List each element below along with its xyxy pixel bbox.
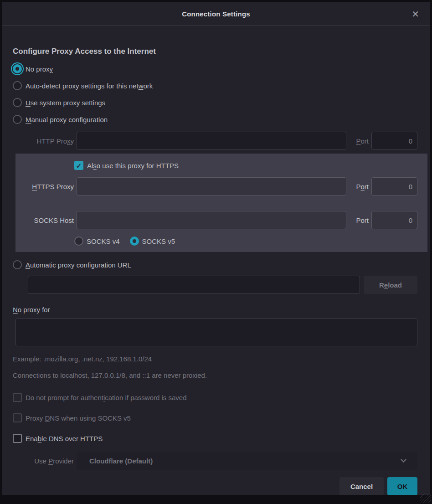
doh-provider-value: Cloudflare (Default) (89, 457, 153, 465)
no-proxy-for-label: No proxy for (13, 306, 417, 314)
radio-row-no-proxy[interactable]: No proxy (13, 64, 417, 73)
doh-provider-select[interactable]: Cloudflare (Default) (77, 452, 417, 470)
system-proxy-label: Use system proxy settings (26, 99, 105, 107)
no-auth-prompt-label: Do not prompt for authentication if pass… (26, 394, 187, 401)
radio-row-auto-url[interactable]: Automatic proxy configuration URL (13, 260, 417, 269)
dialog-content: Configure Proxy Access to the Internet N… (2, 26, 430, 495)
socks-version-row: SOCKS v4 SOCKS v5 (74, 237, 417, 246)
auto-url-radio[interactable] (13, 260, 22, 269)
socks-port-input[interactable] (371, 211, 417, 229)
radio-row-auto-detect[interactable]: Auto-detect proxy settings for this netw… (13, 81, 417, 90)
socks-v4-option[interactable]: SOCKS v4 (74, 237, 120, 246)
socks-port-label: Port (346, 216, 371, 224)
socks-v5-option[interactable]: SOCKS v5 (130, 237, 175, 246)
use-provider-label: Use Provider (13, 457, 77, 465)
proxy-dns-label: Proxy DNS when using SOCKS v5 (26, 414, 131, 422)
radio-row-manual-proxy[interactable]: Manual proxy configuration (13, 115, 417, 124)
enable-doh-checkbox[interactable] (13, 434, 22, 443)
socks-v4-radio[interactable] (74, 237, 83, 246)
checkbox-row-no-auth-prompt[interactable]: Do not prompt for authentication if pass… (13, 393, 417, 402)
no-proxy-label: No proxy (26, 65, 53, 73)
enable-doh-label: Enable DNS over HTTPS (26, 435, 103, 442)
manual-proxy-label: Manual proxy configuration (26, 116, 108, 123)
socks-v4-label: SOCKS v4 (87, 237, 120, 245)
socks-v5-label: SOCKS v5 (142, 237, 175, 245)
dialog-titlebar: Connection Settings ✕ (2, 2, 430, 26)
chevron-down-icon (401, 457, 406, 463)
auto-detect-radio[interactable] (13, 81, 22, 90)
checkbox-row-proxy-dns[interactable]: Proxy DNS when using SOCKS v5 (13, 413, 417, 422)
proxy-dns-checkbox[interactable] (13, 413, 22, 422)
http-port-label: Port (346, 137, 371, 145)
https-proxy-row: HTTPS Proxy Port (15, 177, 417, 195)
check-icon: ✓ (76, 162, 82, 169)
share-proxy-label: Also use this proxy for HTTPS (87, 162, 179, 170)
doh-provider-row: Use Provider Cloudflare (Default) (13, 452, 417, 470)
https-socks-highlight-section: ✓ Also use this proxy for HTTPS HTTPS Pr… (15, 154, 427, 252)
socks-v5-radio[interactable] (130, 237, 139, 246)
auto-detect-label: Auto-detect proxy settings for this netw… (26, 82, 153, 90)
reload-button[interactable]: Reload (364, 276, 417, 294)
radio-row-system-proxy[interactable]: Use system proxy settings (13, 98, 417, 107)
auto-url-input[interactable] (28, 276, 360, 294)
ok-button[interactable]: OK (387, 477, 417, 495)
socks-host-input[interactable] (77, 211, 346, 229)
resize-grip[interactable] (420, 494, 431, 503)
system-proxy-radio[interactable] (13, 98, 22, 107)
manual-proxy-radio[interactable] (13, 115, 22, 124)
checkbox-row-enable-doh[interactable]: Enable DNS over HTTPS (13, 434, 417, 443)
https-port-input[interactable] (371, 177, 417, 195)
http-proxy-row: HTTP Proxy Port (13, 132, 417, 150)
no-proxy-example-text: Example: .mozilla.org, .net.nz, 192.168.… (13, 355, 417, 363)
http-proxy-label: HTTP Proxy (13, 137, 77, 145)
https-proxy-input[interactable] (77, 177, 346, 195)
no-proxy-radio[interactable] (13, 64, 22, 73)
socks-host-row: SOCKS Host Port (15, 211, 417, 229)
share-proxy-checkbox[interactable]: ✓ (74, 161, 83, 170)
dialog-footer: Cancel OK (13, 477, 417, 495)
https-proxy-label: HTTPS Proxy (15, 183, 77, 190)
no-proxy-for-textarea[interactable] (15, 318, 417, 346)
cancel-button[interactable]: Cancel (339, 477, 384, 495)
never-proxied-note: Connections to localhost, 127.0.0.1/8, a… (13, 371, 417, 379)
no-auth-prompt-checkbox[interactable] (13, 393, 22, 402)
socks-host-label: SOCKS Host (15, 216, 77, 224)
dialog-title: Connection Settings (182, 10, 250, 18)
http-port-input[interactable] (371, 132, 417, 150)
https-port-label: Port (346, 183, 371, 190)
close-icon[interactable]: ✕ (409, 9, 422, 19)
connection-settings-dialog: Connection Settings ✕ Configure Proxy Ac… (2, 2, 430, 495)
auto-url-label: Automatic proxy configuration URL (26, 261, 131, 269)
http-proxy-input[interactable] (77, 132, 346, 150)
share-proxy-checkbox-row[interactable]: ✓ Also use this proxy for HTTPS (74, 161, 417, 170)
page-title: Configure Proxy Access to the Internet (13, 47, 417, 56)
auto-url-input-row: Reload (28, 276, 417, 294)
